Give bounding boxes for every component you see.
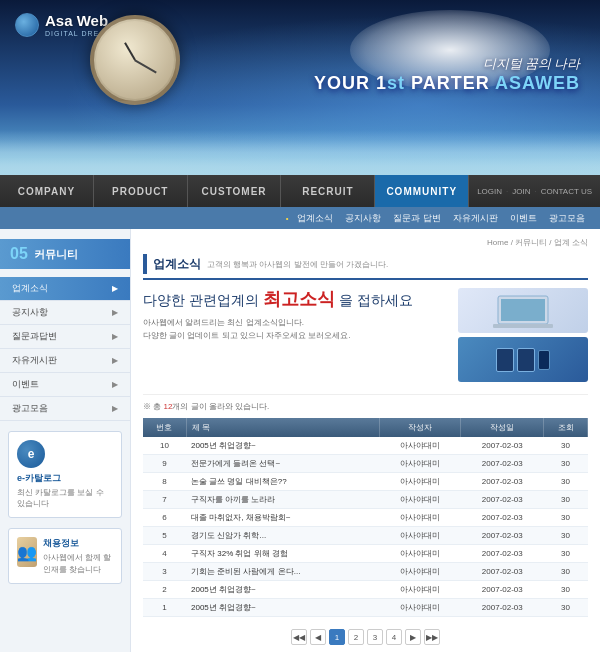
sidebar-item-qa[interactable]: 질문과답변 ▶ xyxy=(0,325,130,349)
nav-product[interactable]: PRODUCT xyxy=(94,175,188,207)
cell-title: 대졸 마취없자, 채용박람회~ xyxy=(186,509,380,527)
cell-title: 전문가에게 들려온 선택~ xyxy=(186,455,380,473)
page-btn-1[interactable]: 1 xyxy=(329,629,345,645)
cell-num: 10 xyxy=(143,437,186,455)
logo-name: Asa Web xyxy=(45,12,108,29)
sidebar-link-notice[interactable]: 공지사항 ▶ xyxy=(0,301,130,324)
page-prev-btn[interactable]: ◀ xyxy=(310,629,326,645)
cell-views: 30 xyxy=(544,545,588,563)
cell-author: 아사야대미 xyxy=(380,491,461,509)
cell-date: 2007-02-03 xyxy=(461,491,544,509)
recruit-info: 채용정보 아사웹에서 함께 할 인재를 찾습니다 xyxy=(43,537,113,574)
sub-nav-item-0[interactable]: 업계소식 xyxy=(292,212,338,225)
sidebar-link-event[interactable]: 이벤트 ▶ xyxy=(0,373,130,396)
svg-rect-1 xyxy=(501,299,545,321)
sidebar-card-recruit: 👥 채용정보 아사웹에서 함께 할 인재를 찾습니다 xyxy=(8,528,122,583)
page-wrapper: Asa Web DIGITAL DREAM UTOPIA 디지털 꿈의 나라 Y… xyxy=(0,0,600,652)
feature-images xyxy=(458,288,588,382)
feature-desc2: 다양한 글이 업데이트 되고 있으니 자주오세요 보러오세요. xyxy=(143,330,448,343)
cell-num: 9 xyxy=(143,455,186,473)
nav-login[interactable]: LOGIN xyxy=(477,187,502,196)
recruit-desc: 아사웹에서 함께 할 인재를 찾습니다 xyxy=(43,552,113,574)
catalog-icon: e xyxy=(17,440,45,468)
sidebar-arrow-0: ▶ xyxy=(112,284,118,293)
cell-date: 2007-02-03 xyxy=(461,509,544,527)
page-btn-2[interactable]: 2 xyxy=(348,629,364,645)
cell-num: 5 xyxy=(143,527,186,545)
table-row: 8 논술 글쓰 명일 대비책은?? 아사야대미 2007-02-03 30 xyxy=(143,473,588,491)
sidebar: 05 커뮤니티 업계소식 ▶ 공지사항 ▶ xyxy=(0,229,130,652)
tablet-shape-1 xyxy=(496,348,514,372)
feature-image-tablets xyxy=(458,337,588,382)
header-slogan: 디지털 꿈의 나라 YOUR 1st PARTER ASAWEB xyxy=(314,55,580,94)
page-btn-3[interactable]: 3 xyxy=(367,629,383,645)
page-last-btn[interactable]: ▶▶ xyxy=(424,629,440,645)
sub-nav-bullet: • xyxy=(286,214,289,223)
clock-minute-hand xyxy=(135,59,157,73)
svg-rect-2 xyxy=(493,324,553,328)
cell-num: 6 xyxy=(143,509,186,527)
sidebar-link-free[interactable]: 자유게시판 ▶ xyxy=(0,349,130,372)
cell-author: 아사야대미 xyxy=(380,473,461,491)
cell-title: 논술 글쓰 명일 대비책은?? xyxy=(186,473,380,491)
cell-date: 2007-02-03 xyxy=(461,545,544,563)
cell-author: 아사야대미 xyxy=(380,437,461,455)
cell-author: 아사야대미 xyxy=(380,599,461,617)
sub-nav-item-4[interactable]: 이벤트 xyxy=(505,212,542,225)
cell-title: 2005년 취업경향~ xyxy=(186,437,380,455)
page-first-btn[interactable]: ◀◀ xyxy=(291,629,307,645)
feature-section: 다양한 관련업계의 최고소식 을 접하세요 아사웹에서 알려드리는 최신 업계소… xyxy=(143,288,588,382)
sidebar-item-event[interactable]: 이벤트 ▶ xyxy=(0,373,130,397)
cell-date: 2007-02-03 xyxy=(461,581,544,599)
cell-author: 아사야대미 xyxy=(380,509,461,527)
table-row: 9 전문가에게 들려온 선택~ 아사야대미 2007-02-03 30 xyxy=(143,455,588,473)
sidebar-item-ad[interactable]: 광고모음 ▶ xyxy=(0,397,130,421)
page-btn-4[interactable]: 4 xyxy=(386,629,402,645)
sidebar-item-notice[interactable]: 공지사항 ▶ xyxy=(0,301,130,325)
cell-num: 2 xyxy=(143,581,186,599)
cell-views: 30 xyxy=(544,527,588,545)
table-row: 6 대졸 마취없자, 채용박람회~ 아사야대미 2007-02-03 30 xyxy=(143,509,588,527)
table-row: 1 2005년 취업경향~ 아사야대미 2007-02-03 30 xyxy=(143,599,588,617)
cell-views: 30 xyxy=(544,437,588,455)
header-clock xyxy=(90,15,180,105)
sidebar-link-qa[interactable]: 질문과답변 ▶ xyxy=(0,325,130,348)
cell-author: 아사야대미 xyxy=(380,527,461,545)
sidebar-link-industry[interactable]: 업계소식 ▶ xyxy=(0,277,130,300)
cell-date: 2007-02-03 xyxy=(461,473,544,491)
sidebar-item-free[interactable]: 자유게시판 ▶ xyxy=(0,349,130,373)
page-next-btn[interactable]: ▶ xyxy=(405,629,421,645)
nav-customer[interactable]: CUSTOMER xyxy=(188,175,282,207)
nav-community[interactable]: COMMUNITY xyxy=(375,175,469,207)
cell-author: 아사야대미 xyxy=(380,581,461,599)
sidebar-arrow-3: ▶ xyxy=(112,356,118,365)
sub-nav-item-2[interactable]: 질문과 답변 xyxy=(388,212,446,225)
cell-date: 2007-02-03 xyxy=(461,455,544,473)
cell-views: 30 xyxy=(544,455,588,473)
nav-join[interactable]: JOIN xyxy=(512,187,530,196)
nav-company[interactable]: COMPANY xyxy=(0,175,94,207)
phone-shape xyxy=(538,350,550,370)
header: Asa Web DIGITAL DREAM UTOPIA 디지털 꿈의 나라 Y… xyxy=(0,0,600,175)
sub-nav-item-1[interactable]: 공지사항 xyxy=(340,212,386,225)
col-views: 조회 xyxy=(544,418,588,437)
cell-date: 2007-02-03 xyxy=(461,599,544,617)
cell-title: 경기도 신암가 취학... xyxy=(186,527,380,545)
laptop-svg xyxy=(488,291,558,331)
sidebar-title: 05 커뮤니티 xyxy=(0,239,130,269)
people-icon: 👥 xyxy=(17,537,37,567)
nav-contact[interactable]: CONTACT US xyxy=(541,187,592,196)
cell-date: 2007-02-03 xyxy=(461,563,544,581)
sub-nav-item-5[interactable]: 광고모음 xyxy=(544,212,590,225)
cell-views: 30 xyxy=(544,563,588,581)
nav-recruit[interactable]: RECRUIT xyxy=(281,175,375,207)
sidebar-item-industry[interactable]: 업계소식 ▶ xyxy=(0,277,130,301)
sub-nav-item-3[interactable]: 자유게시판 xyxy=(448,212,503,225)
section-title-group: 업계소식 고객의 행복과 아사웹의 발전에 만들어 가겠습니다. xyxy=(143,254,388,274)
clock-hour-hand xyxy=(124,42,136,60)
sidebar-link-ad[interactable]: 광고모음 ▶ xyxy=(0,397,130,420)
cell-title: 기회는 준비된 사람에게 온다... xyxy=(186,563,380,581)
cell-num: 7 xyxy=(143,491,186,509)
cell-date: 2007-02-03 xyxy=(461,527,544,545)
section-page-subtitle: 고객의 행복과 아사웹의 발전에 만들어 가겠습니다. xyxy=(207,259,388,270)
